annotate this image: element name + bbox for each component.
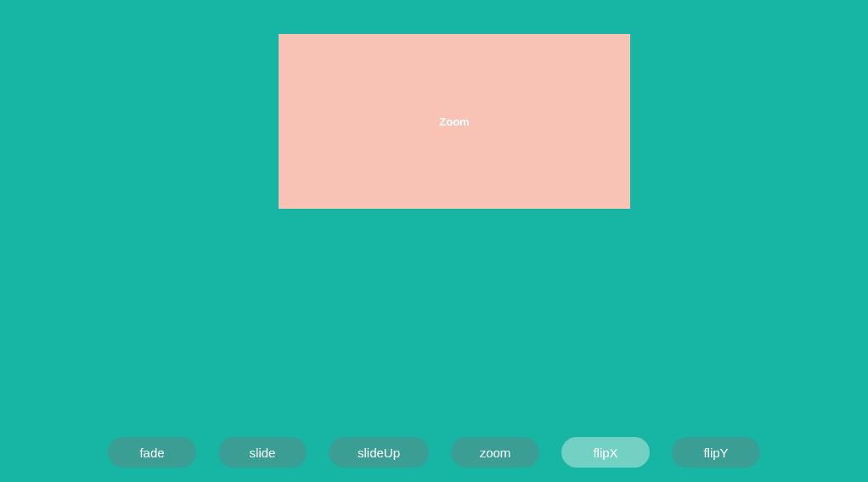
slide-button[interactable]: slide	[218, 437, 307, 468]
fade-button[interactable]: fade	[108, 437, 196, 468]
animation-buttons-row: fade slide slideUp zoom flipX flipY	[0, 437, 868, 468]
animation-preview-card: Zoom	[279, 34, 630, 209]
card-label: Zoom	[439, 115, 469, 128]
slideup-button[interactable]: slideUp	[329, 437, 429, 468]
flipx-button[interactable]: flipX	[561, 437, 650, 468]
zoom-button[interactable]: zoom	[451, 437, 539, 468]
flipy-button[interactable]: flipY	[672, 437, 760, 468]
